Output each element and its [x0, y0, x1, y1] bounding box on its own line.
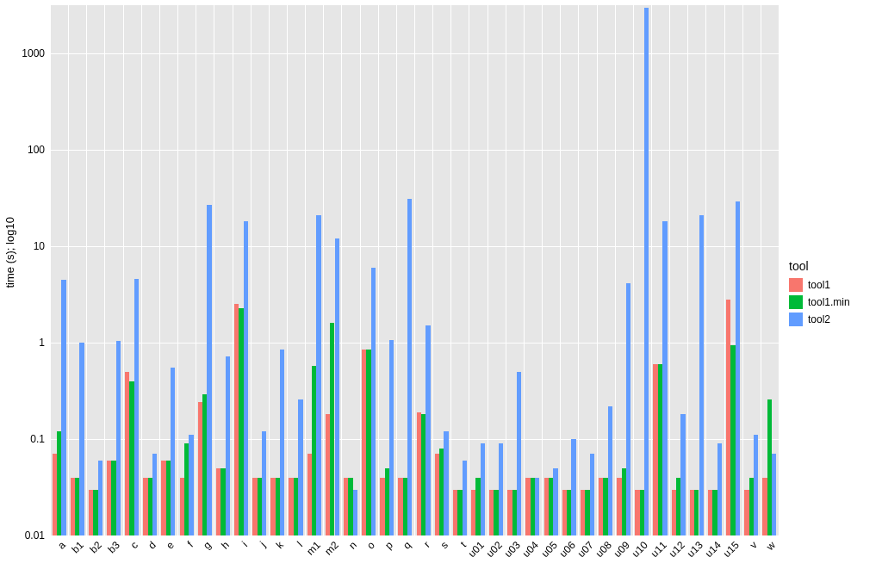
x-tick-label: u02 — [496, 539, 505, 548]
legend-swatch — [789, 295, 803, 309]
grid-line-x — [104, 5, 105, 535]
grid-line-x — [159, 5, 160, 535]
grid-line-x — [214, 5, 214, 535]
bar — [662, 221, 667, 535]
x-tick-label: u04 — [532, 539, 541, 548]
x-tick-label: u06 — [569, 539, 578, 548]
grid-line-x — [177, 5, 178, 535]
y-tick-label: 100 — [28, 144, 45, 156]
grid-line-x — [323, 5, 324, 535]
bar — [553, 468, 557, 535]
bar — [134, 279, 139, 535]
legend-label: tool1 — [808, 279, 830, 291]
grid-line-x — [687, 5, 688, 535]
bar — [608, 406, 612, 535]
grid-line-x — [378, 5, 379, 535]
x-tick-label: j — [259, 539, 268, 548]
bar — [262, 431, 266, 535]
grid-line-y — [50, 535, 779, 536]
grid-line-x — [724, 5, 725, 535]
grid-line-x — [469, 5, 469, 535]
chart-container: time (s); log10 0.010.11101001000ab1b2b3… — [0, 0, 882, 588]
legend-swatch — [789, 278, 803, 292]
x-tick-label: p — [387, 539, 395, 548]
grid-line-x — [651, 5, 652, 535]
bar — [680, 414, 685, 535]
grid-line-x — [251, 5, 252, 535]
x-tick-label: u07 — [587, 539, 596, 548]
legend: tool tool1tool1.mintool2 — [789, 259, 875, 330]
y-tick-label: 1 — [39, 337, 45, 349]
grid-line-x — [123, 5, 124, 535]
bar — [644, 8, 649, 535]
bar — [481, 443, 485, 535]
bar — [626, 283, 630, 535]
grid-line-x — [669, 5, 670, 535]
bar — [244, 221, 248, 535]
bar — [736, 201, 740, 535]
bar — [772, 454, 776, 535]
grid-line-x — [450, 5, 451, 535]
bar — [517, 372, 521, 535]
x-tick-label: u09 — [624, 539, 632, 548]
x-tick-label: b1 — [78, 539, 86, 548]
legend-label: tool1.min — [808, 296, 850, 308]
x-tick-label: w — [769, 539, 778, 548]
x-tick-label: l — [296, 539, 305, 548]
bar — [298, 399, 302, 535]
bar — [280, 350, 284, 535]
grid-line-x — [742, 5, 743, 535]
x-tick-label: s — [442, 539, 450, 548]
bar — [353, 490, 357, 535]
x-tick-label: u11 — [661, 539, 669, 548]
x-tick-label: m2 — [332, 539, 341, 548]
legend-item: tool2 — [789, 313, 875, 326]
grid-line-x — [287, 5, 288, 535]
x-tick-label: i — [241, 539, 250, 548]
x-tick-label: r — [424, 539, 432, 548]
bar — [389, 340, 394, 535]
grid-line-x — [578, 5, 579, 535]
x-tick-label: u03 — [514, 539, 523, 548]
grid-line-x — [633, 5, 634, 535]
grid-line-x — [269, 5, 270, 535]
bar — [98, 461, 102, 535]
bar — [316, 215, 320, 535]
grid-line-x — [488, 5, 488, 535]
bar — [754, 435, 758, 535]
grid-line-x — [360, 5, 361, 535]
x-tick-label: v — [751, 539, 760, 548]
x-tick-label: u13 — [697, 539, 705, 548]
bar — [61, 280, 65, 535]
bar — [79, 343, 84, 535]
bar — [152, 454, 157, 535]
y-tick-label: 0.1 — [30, 433, 45, 445]
bar — [207, 205, 211, 535]
grid-line-x — [396, 5, 397, 535]
bar — [444, 431, 448, 535]
x-tick-label: d — [150, 539, 158, 548]
bar — [499, 443, 503, 535]
bar — [189, 435, 193, 535]
grid-line-x — [196, 5, 196, 535]
grid-line-x — [86, 5, 87, 535]
bar — [171, 368, 175, 535]
bar — [116, 341, 121, 535]
grid-line-x — [597, 5, 598, 535]
legend-item: tool1.min — [789, 295, 875, 309]
grid-line-x — [542, 5, 543, 535]
grid-line-x — [50, 5, 51, 535]
grid-line-x — [524, 5, 525, 535]
bar — [425, 325, 430, 535]
x-tick-label: q — [405, 539, 413, 548]
x-tick-label: u14 — [715, 539, 724, 548]
x-tick-label: b3 — [114, 539, 122, 548]
bar — [699, 215, 704, 535]
x-tick-label: c — [132, 539, 140, 548]
grid-line-x — [779, 5, 780, 535]
x-tick-label: g — [205, 539, 214, 548]
bar — [571, 439, 575, 535]
legend-item: tool1 — [789, 278, 875, 292]
bar — [226, 356, 230, 535]
x-tick-label: u10 — [642, 539, 650, 548]
